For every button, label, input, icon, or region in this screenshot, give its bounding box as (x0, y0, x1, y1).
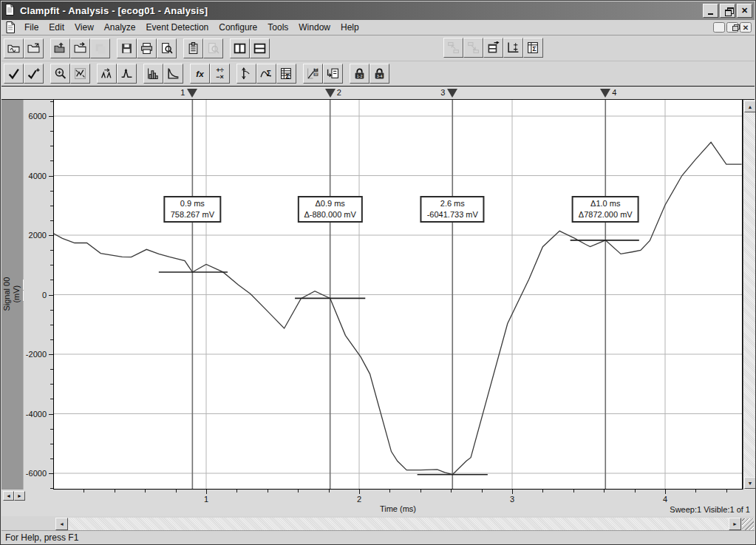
tile-horizontal-button[interactable] (250, 38, 270, 58)
signal-strip[interactable]: Signal 00(mV) (1, 100, 24, 490)
lock-cursors-1-2-button[interactable]: 1-2 (350, 64, 370, 84)
lock-cursors-3-4-button[interactable]: 3-4 (370, 64, 389, 84)
restore-button[interactable] (720, 4, 735, 18)
x-minor-tick (145, 490, 146, 492)
arithmetic-button[interactable]: +÷−× (210, 64, 230, 84)
curve-fit-button[interactable] (163, 64, 183, 84)
scroll-left-button[interactable]: ◄ (55, 518, 68, 530)
scroll-down-button[interactable]: ▼ (744, 477, 756, 489)
y-axis-labels: 6000400020000-2000-4000-6000 (24, 100, 53, 490)
paste-trace-button[interactable] (90, 38, 110, 58)
menu-item-tools[interactable]: Tools (262, 21, 293, 34)
graph-annotate-button[interactable]: TW (303, 64, 323, 84)
mdi-restore-button[interactable] (726, 22, 738, 33)
mdi-minimize-button[interactable] (713, 22, 725, 33)
cursor-4-marker[interactable] (600, 89, 610, 98)
status-text: For Help, press F1 (5, 532, 78, 543)
svg-text:1-2: 1-2 (357, 74, 363, 78)
x-minor-tick (695, 490, 696, 492)
full-scale-icon (74, 67, 86, 80)
horizontal-scrollbar[interactable]: ◄ ► (55, 518, 741, 530)
accept-add-button[interactable] (24, 64, 44, 84)
transfer-previous-button[interactable] (443, 38, 463, 58)
menu-item-edit[interactable]: Edit (44, 21, 69, 34)
menu-item-file[interactable]: File (19, 21, 44, 34)
previous-trace-button[interactable]: ◄ (3, 491, 14, 501)
y-axis-title: Signal 00(mV) (2, 257, 21, 331)
minimize-icon (708, 13, 713, 15)
document-icon (4, 21, 16, 33)
sheet-statistics-button[interactable]: Σ (523, 38, 543, 58)
import-file-button[interactable] (50, 38, 70, 58)
histogram-button[interactable] (143, 64, 163, 84)
next-trace-button[interactable]: ► (14, 491, 25, 501)
signal-plot[interactable]: 0.9 ms758.267 mVΔ0.9 msΔ-880.000 mV2.6 m… (53, 100, 743, 490)
x-minor-tick (726, 490, 727, 492)
compare-traces-button[interactable] (97, 64, 117, 84)
cursor-1-readout-box[interactable]: 0.9 ms758.267 mV (164, 196, 221, 223)
svg-text:Σ: Σ (267, 70, 271, 78)
vertical-scrollbar[interactable]: ▲ ▼ (743, 100, 756, 490)
transfer-sheet-button[interactable] (323, 64, 343, 84)
cursor-3-readout-box[interactable]: 2.6 ms-6041.733 mV (420, 196, 485, 223)
open-recent-file-button[interactable] (24, 38, 44, 58)
accept-button[interactable] (4, 64, 24, 84)
transfer-next-button[interactable] (463, 38, 483, 58)
save-file-button[interactable] (117, 38, 137, 58)
open-data-file-button[interactable] (4, 38, 24, 58)
sweep-status: Sweep:1 Visible:1 of 1 (670, 505, 750, 514)
close-button[interactable]: ✕ (737, 4, 752, 18)
x-axis-area: ◄ ► Time (ms) Sweep:1 Visible:1 of 1 123… (1, 490, 755, 516)
x-minor-tick (84, 490, 84, 492)
function-fx-button[interactable]: fx (190, 64, 210, 84)
open-recent-file-icon (27, 42, 40, 55)
tile-vertical-button[interactable] (230, 38, 250, 58)
print-preview-button[interactable] (157, 38, 177, 58)
menu-item-event-detection[interactable]: Event Detection (141, 21, 214, 34)
cursor-4-readout-box[interactable]: Δ1.0 msΔ7872.000 mV (572, 196, 639, 223)
mdi-close-button[interactable]: ✕ (740, 22, 752, 33)
toolbar-group (4, 64, 44, 84)
cursor-3-marker[interactable] (447, 89, 457, 98)
paste-trace-icon (94, 42, 106, 55)
print-button[interactable] (137, 38, 157, 58)
cursor-time-readout: Δ0.9 ms (304, 198, 355, 209)
print-icon (140, 42, 153, 55)
toolbar-group (50, 38, 110, 58)
lab-notebook-button[interactable] (183, 38, 203, 58)
menu-item-window[interactable]: Window (293, 21, 336, 34)
cursor-1-marker[interactable] (187, 89, 197, 98)
svg-text:T: T (315, 68, 317, 72)
arrow-up-icon: ▲ (748, 104, 753, 109)
transfer-graph-button[interactable] (503, 38, 523, 58)
search-preview-button[interactable] (203, 38, 223, 58)
menu-item-configure[interactable]: Configure (214, 21, 262, 34)
x-minor-tick (176, 490, 177, 492)
export-file-button[interactable] (70, 38, 90, 58)
arrow-down-icon: ▼ (748, 481, 753, 486)
event-detection-button[interactable] (117, 64, 137, 84)
menu-item-view[interactable]: View (69, 21, 99, 34)
zoom-button[interactable] (50, 64, 70, 84)
menu-item-analyze[interactable]: Analyze (99, 21, 141, 34)
cursor-2-readout-box[interactable]: Δ0.9 msΔ-880.000 mV (297, 196, 362, 223)
menu-item-help[interactable]: Help (336, 21, 364, 34)
x-minor-tick (389, 490, 390, 492)
cursor-peaks-button[interactable] (236, 64, 256, 84)
integrate-button[interactable]: Σ (256, 64, 276, 84)
cursor-3-number: 3 (440, 88, 445, 97)
scroll-right-button[interactable]: ► (729, 518, 741, 530)
minimize-button[interactable] (703, 4, 718, 18)
full-scale-button[interactable] (70, 64, 90, 84)
arithmetic-icon: +÷−× (214, 67, 226, 80)
resize-grip[interactable] (742, 518, 754, 530)
y-tick-label: -4000 (26, 410, 47, 419)
transfer-table-icon (487, 41, 500, 54)
trace-navigation: ◄ ► (3, 491, 25, 501)
transfer-table-button[interactable] (483, 38, 503, 58)
svg-text:Σ: Σ (285, 72, 290, 80)
toolbar-analysis: fx+÷−×ΣΣTW1-23-4 (1, 61, 755, 87)
cursor-2-marker[interactable] (325, 89, 336, 98)
statistics-button[interactable]: Σ (276, 64, 296, 84)
scroll-up-button[interactable]: ▲ (744, 101, 756, 112)
